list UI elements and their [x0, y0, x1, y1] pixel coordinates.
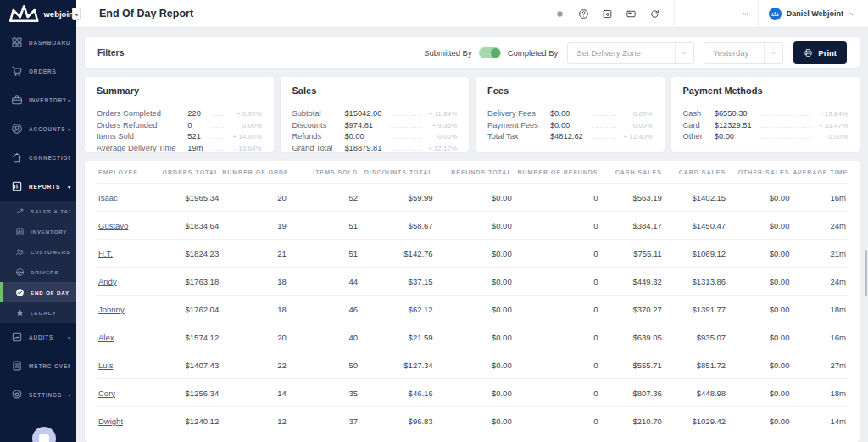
cell-average-time: 16m [791, 184, 848, 212]
sidebar-item-end-of-day[interactable]: End Of Day [0, 282, 76, 302]
employee-link[interactable]: Luis [98, 361, 113, 370]
column-header-items-sold: Items Sold [288, 161, 359, 184]
content: Filters Submitted By Completed By Set De… [76, 28, 868, 442]
metric-label: Orders Refunded [97, 121, 187, 130]
sidebar-item-inventory[interactable]: Inventory [0, 221, 76, 241]
sidebar-item-customers[interactable]: Customers [0, 241, 76, 262]
cell-refunds-total: $0.00 [435, 323, 514, 351]
cell-card-sales: $1402.15 [664, 184, 727, 212]
sidebar-item-audits[interactable]: Audits▾ [0, 323, 76, 351]
card-icon[interactable] [626, 8, 637, 19]
cell-items-sold: 50 [288, 351, 359, 379]
sales-trend-icon [15, 207, 25, 216]
audits-box-icon [11, 331, 23, 343]
chevron-down-icon [742, 10, 749, 18]
sidebar-item-legacy[interactable]: Legacy [0, 302, 76, 323]
metric-change: 0.00% [421, 133, 457, 141]
header-dropdown[interactable] [674, 0, 759, 28]
cell-average-time: 18m [791, 379, 848, 407]
submitted-completed-toggle[interactable] [479, 47, 501, 58]
cell-refunds-total: $0.00 [435, 407, 514, 435]
cell-employee: Andy [97, 268, 157, 296]
cell-items-sold: 51 [288, 240, 359, 268]
employee-link[interactable]: Gustavo [98, 221, 128, 230]
user-menu[interactable]: Daniel Webjoint [759, 8, 868, 20]
metric-label: Other [683, 132, 715, 141]
sidebar-item-accounts[interactable]: Accounts▾ [0, 114, 76, 143]
table-row: Gustavo$1834.641951$58.67$0.000$384.17$1… [97, 212, 848, 240]
cell-number-of-orders: 20 [220, 184, 288, 212]
cell-number-of-orders: 18 [220, 296, 288, 323]
cell-refunds-total: $0.00 [435, 184, 514, 212]
print-button[interactable]: Print [793, 41, 847, 64]
employee-link[interactable]: H.T. [98, 249, 113, 258]
sidebar-item-reports[interactable]: Reports▾ [0, 172, 76, 201]
delivery-zone-select[interactable]: Set Delivery Zone [567, 42, 694, 64]
dotted-leader [211, 150, 225, 151]
cell-refunds-total: $0.00 [435, 268, 514, 296]
date-range-select[interactable]: Yesterday [704, 42, 783, 64]
delivery-zone-placeholder: Set Delivery Zone [568, 48, 675, 58]
sidebar-item-label: Settings [29, 392, 68, 398]
sidebar-item-settings[interactable]: Settings▾ [0, 380, 76, 409]
accounts-user-icon [11, 123, 23, 135]
reports-chart-icon [11, 180, 23, 192]
employee-link[interactable]: Andy [98, 277, 117, 286]
page-title: End Of Day Report [99, 8, 554, 19]
cell-number-of-orders: 20 [220, 323, 288, 351]
card-title: Summary [97, 86, 262, 102]
topbar-icons [554, 8, 660, 19]
table-row: Johnny$1762.041846$62.12$0.000$370.27$13… [97, 296, 848, 323]
metric-value: $0.00 [715, 132, 760, 141]
column-header-refunds-total: Refunds Total [435, 161, 514, 184]
page-scrollbar[interactable] [865, 250, 867, 296]
metric-label: Card [683, 121, 715, 130]
dotted-leader [592, 138, 617, 139]
metric-change: 0.00% [616, 122, 652, 130]
chevron-down-icon [764, 43, 782, 63]
chevron-down-icon: ▾ [68, 392, 70, 398]
sidebar-item-label: Inventory [31, 229, 70, 235]
report-table-card: EmployeeOrders TotalNumber Of OrdersItem… [85, 161, 860, 442]
employee-link[interactable]: Dwight [98, 417, 123, 426]
main-area: End Of Day Report Daniel Webjoint Filter… [76, 0, 868, 442]
metrc-list-icon [11, 360, 23, 372]
cell-employee: Luis [97, 351, 157, 379]
sidebar-item-label: Orders [29, 69, 70, 75]
cell-discounts-total: $127.34 [359, 351, 435, 379]
sidebar-item-label: Sales & Taxes [31, 208, 70, 214]
refresh-icon[interactable] [649, 8, 660, 19]
metric-value: $6550.30 [715, 109, 760, 118]
sidebar-item-orders[interactable]: Orders [0, 57, 76, 86]
metric-change: + 12.12% [421, 145, 457, 152]
employee-link[interactable]: Isaac [98, 193, 118, 202]
reports-submenu: Sales & TaxesInventoryCustomersDriversEn… [0, 201, 76, 323]
employee-link[interactable]: Johnny [98, 305, 125, 314]
chevron-down-icon: ▾ [68, 334, 70, 340]
sidebar-item-drivers[interactable]: Drivers [0, 262, 76, 282]
employee-link[interactable]: Cory [98, 389, 115, 398]
sidebar-item-inventory[interactable]: Inventory▾ [0, 86, 76, 114]
sidebar-item-connections[interactable]: Connections [0, 143, 76, 172]
chevron-down-icon: ▾ [68, 126, 70, 132]
cell-card-sales: $448.98 [664, 379, 727, 407]
cell-number-of-refunds: 0 [514, 296, 600, 323]
cell-other-sales: $0.00 [727, 184, 791, 212]
cell-number-of-orders: 14 [220, 379, 288, 407]
sidebar-item-label: Legacy [31, 310, 70, 316]
sidebar-item-sales-taxes[interactable]: Sales & Taxes [0, 201, 76, 221]
cell-card-sales: $851.72 [664, 351, 727, 379]
help-icon[interactable] [578, 8, 589, 19]
table-row: H.T.$1824.232151$142.76$0.000$755.11$106… [97, 240, 848, 268]
column-header-average-time: Average Time [791, 161, 848, 184]
metric-label: Discounts [292, 121, 345, 130]
employee-link[interactable]: Alex [98, 333, 114, 342]
sidebar-item-metrc-overview[interactable]: Metrc Overview [0, 351, 76, 380]
cell-other-sales: $0.00 [727, 351, 791, 379]
sidebar-item-label: Drivers [31, 269, 70, 275]
column-header-number-of-orders: Number Of Orders [220, 161, 288, 184]
sidebar-item-dashboard[interactable]: Dashboard [0, 28, 76, 57]
window-icon[interactable] [602, 8, 613, 19]
chevron-left-icon: ◂ [75, 11, 77, 17]
sidebar-collapse-button[interactable]: ◂ [72, 8, 81, 20]
